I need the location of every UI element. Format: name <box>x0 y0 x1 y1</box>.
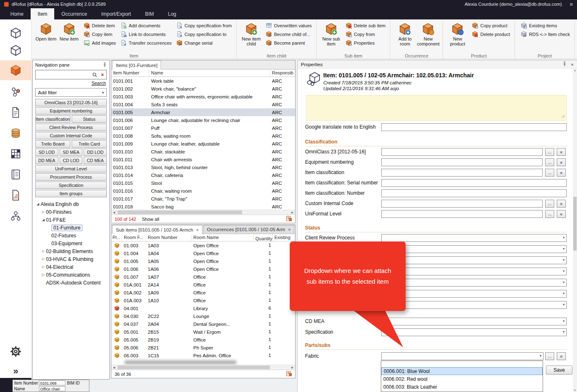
filter-button-specification[interactable]: Specification <box>35 182 107 189</box>
clear-button[interactable]: × <box>557 210 566 218</box>
tree-item-01-ff-e[interactable]: ◢01-FF&E <box>33 216 109 224</box>
scrollbar-thumb[interactable] <box>118 366 270 369</box>
filter-button-dd-lod[interactable]: DD LOD <box>84 148 107 156</box>
clear-button[interactable]: × <box>557 352 566 360</box>
tree-item-adsk-autodesk-content[interactable]: ADSK-Autodesk Content <box>33 279 109 287</box>
collapsed-expander-icon[interactable]: ▷ <box>41 210 46 214</box>
table-row-item-0101.010[interactable]: 0101.010Chair, stackableARC <box>111 148 295 155</box>
clear-button[interactable]: × <box>557 148 566 156</box>
equipment-numbering-input[interactable] <box>381 158 543 166</box>
organization-module-icon[interactable] <box>0 206 31 226</box>
search-icon[interactable] <box>91 72 99 77</box>
scrollbar-thumb[interactable] <box>118 210 242 214</box>
filter-button-item-classification[interactable]: Item classification <box>35 115 70 123</box>
cd-mea-dropdown[interactable]: ▾ <box>381 318 567 325</box>
close-tab-icon[interactable]: × <box>288 227 291 232</box>
tree-item-00-finishes[interactable]: ▷00-Finishes <box>33 208 109 216</box>
table-row-occurrence-01a-002[interactable]: 01A.0021A09Office1 <box>111 289 295 296</box>
filter-button-trello-board[interactable]: Trello Board <box>35 140 70 148</box>
tree-item-02-building-elements[interactable]: ▷02-Building Elements <box>33 247 109 255</box>
filter-button-sd-lod[interactable]: SD LOD <box>35 148 58 156</box>
menu-tab-item[interactable]: Item <box>31 8 54 19</box>
table-row-occurrence-01-005[interactable]: 01.0051A05Open Office1 <box>111 257 295 265</box>
table-row-item-0101.014[interactable]: 0101.014Chair, cafeteriaARC <box>111 171 295 179</box>
report-module-icon[interactable] <box>0 185 31 205</box>
copy-product-button[interactable]: Copy product <box>470 21 512 30</box>
search-link[interactable]: Search <box>91 81 106 86</box>
new-item-button[interactable]: New item <box>58 21 81 41</box>
pin-icon[interactable] <box>103 62 107 67</box>
add-to-room-button[interactable]: Add to room <box>393 21 416 46</box>
item-number-input[interactable]: 0101.068 <box>39 380 65 385</box>
table-row-item-0101.001[interactable]: 0101.001Work tableARC <box>111 77 295 85</box>
status-dropdown[interactable]: ▾ <box>381 256 567 264</box>
menu-tab-bim[interactable]: BIM <box>138 8 161 19</box>
scroll-right-icon[interactable]: ▶ <box>290 211 295 214</box>
tree-item-alexia-english-db[interactable]: ◢Alexia English db <box>33 200 109 208</box>
new-sub-item-button[interactable]: New sub item <box>320 21 343 46</box>
item-classification-serial-number-input[interactable] <box>381 179 567 187</box>
tree-item-02-fixtures[interactable]: 02-Fixtures <box>33 232 109 239</box>
column-header-room-number[interactable]: Room Number <box>146 234 192 241</box>
network-module-icon[interactable] <box>0 82 31 102</box>
expanded-expander-icon[interactable]: ◢ <box>41 218 46 222</box>
cube-module-icon[interactable] <box>0 23 31 43</box>
table-row-occurrence-04-001[interactable]: 04.001Library6 <box>111 304 295 312</box>
scroll-right-icon[interactable]: ▶ <box>290 366 295 369</box>
add-documents-button[interactable]: Add documents <box>119 21 173 30</box>
table-row-item-0101.005[interactable]: 0101.005ArmchairARC <box>111 108 295 116</box>
collapsed-expander-icon[interactable]: ▷ <box>41 257 46 261</box>
filter-button-cd-lod[interactable]: CD LOD <box>60 157 83 164</box>
become-parent-button[interactable]: Become parent <box>264 38 313 47</box>
status-dropdown[interactable]: ▾ <box>381 279 567 287</box>
scrollbar-thumb[interactable] <box>573 197 577 251</box>
dropdown-option-0006-001-blue-wool[interactable]: 0006.001: Blue Wool <box>381 367 543 375</box>
client-review-process-dropdown[interactable]: ▾ <box>381 234 567 242</box>
copy-item-button[interactable]: Copy item <box>82 30 118 38</box>
column-header-responsib[interactable]: Responsib <box>270 69 295 76</box>
document-module-icon[interactable] <box>0 103 31 122</box>
google-translate-note-to-english-input[interactable] <box>381 123 567 131</box>
dropdown-option-blank[interactable] <box>381 361 543 367</box>
table-row-occurrence-01a-001[interactable]: 01A.0012A14Office1 <box>111 281 295 289</box>
items-module-icon[interactable] <box>0 60 31 80</box>
properties-vertical-scrollbar[interactable]: ▲ ▼ <box>573 69 577 392</box>
item-note-field[interactable] <box>306 95 567 121</box>
browse-button[interactable]: ... <box>545 352 554 360</box>
menu-tab-log[interactable]: Log <box>161 8 183 19</box>
table-row-occurrence-06-003[interactable]: 06.0031C15Pes Admin. Office1 <box>111 351 295 359</box>
close-tab-icon[interactable]: × <box>196 227 199 232</box>
column-header-existing[interactable]: Existing <box>273 234 295 241</box>
table-row-item-0101.006[interactable]: 0101.006Lounge chair, adjustable for rec… <box>111 116 295 124</box>
subitems-horizontal-scrollbar[interactable]: ◀ ▶ <box>111 365 295 370</box>
become-child-of-button[interactable]: Become child of... <box>264 30 313 38</box>
table-row-item-0101.011[interactable]: 0101.011Chair with armrestsARC <box>111 155 295 163</box>
tab-sub-items[interactable]: Sub items [0101.005 / 102-05 Armch× <box>112 225 202 234</box>
database-module-icon[interactable] <box>0 123 31 143</box>
delete-sub-item-button[interactable]: Delete sub item <box>344 21 387 30</box>
name-input[interactable]: Office chair <box>39 386 65 391</box>
table-row-item-0101.018[interactable]: 0101.018Sacco bagARC <box>111 203 295 210</box>
filter-button-custom-internal-code[interactable]: Custom Internal Code <box>35 132 107 139</box>
building-module-icon[interactable] <box>0 144 31 164</box>
status-dropdown[interactable]: ▾ <box>381 290 567 298</box>
column-header-quantity[interactable]: Quantity <box>254 234 273 241</box>
table-row-occurrence-05-001[interactable]: 05.0012B15Wait / Ergom1 <box>111 328 295 336</box>
uniformat-level-input[interactable] <box>381 210 543 218</box>
menu-tab-occurrence[interactable]: Occurrence <box>54 8 94 19</box>
column-header-pr[interactable]: Pr... <box>111 234 122 241</box>
menu-tab-home[interactable]: Home <box>3 8 31 19</box>
browse-button[interactable]: ... <box>545 158 554 166</box>
browse-button[interactable]: ... <box>545 148 554 156</box>
table-row-occurrence-01-006[interactable]: 01.0061A06Open Office1 <box>111 265 295 273</box>
tree-item-03-hvac-plumbing[interactable]: ▷03-HVAC & Plumbing <box>33 255 109 263</box>
properties-button[interactable]: Properties <box>344 38 387 47</box>
tree-item-03-equipment[interactable]: 03-Equipment <box>33 239 109 247</box>
table-row-item-0101.007[interactable]: 0101.007PuffARC <box>111 124 295 132</box>
scroll-left-icon[interactable]: ◀ <box>111 211 117 214</box>
tree-item-05-communications[interactable]: ▷05-Communications <box>33 271 109 279</box>
change-serial-button[interactable]: Change serial <box>175 38 233 47</box>
filter-button-omniclass-23-2012-05-16[interactable]: OmniClass 23 [2012-05-16] <box>35 99 107 106</box>
table-row-item-0101.016[interactable]: 0101.016Chair, waiting roomARC <box>111 187 295 195</box>
filter-button-status[interactable]: Status <box>72 115 107 123</box>
